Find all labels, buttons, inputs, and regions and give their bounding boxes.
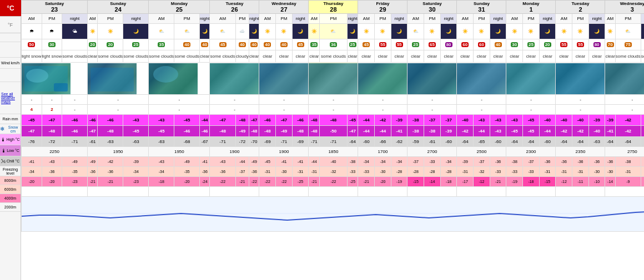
- map-mon25[interactable]: [149, 63, 210, 95]
- a4-sat30-pm: -14: [424, 177, 441, 187]
- snow-sat23-pm: 2: [42, 105, 62, 115]
- icons-row: 🌨 🌨 🌥 ☀️ ☀️ 🌙 ⛅ ⛅ 🌙 ⛅ ☁️ 🌙 ☀️: [22, 24, 645, 39]
- high-sat23-am: -45: [22, 115, 42, 126]
- high-wed27-n: -46: [292, 115, 309, 126]
- graph-svg: [22, 197, 644, 230]
- high-fri29-n: -39: [391, 115, 407, 126]
- a6-fri29-pm: -30: [375, 167, 391, 177]
- celsius-button[interactable]: °C: [0, 0, 21, 17]
- chill-thu28-am: -71: [309, 137, 320, 147]
- snow-thu28: -: [309, 105, 358, 115]
- icon-tue26-am: ⛅: [210, 24, 235, 39]
- ampm-tue2-n: night: [588, 14, 605, 24]
- map-tue2[interactable]: [556, 63, 605, 95]
- map-fri29[interactable]: [358, 63, 407, 95]
- a4-tue26-pm: -21: [235, 177, 249, 187]
- rain-mon25: -: [149, 95, 210, 105]
- a6-sun24-am: -36: [88, 167, 98, 177]
- fahrenheit-button[interactable]: °F: [0, 17, 21, 33]
- a8-tue2-am: -36: [556, 157, 572, 167]
- wind-sat23-am: 50: [22, 39, 42, 50]
- a6-mon1-am: -33: [506, 167, 523, 177]
- map-row[interactable]: [22, 63, 645, 95]
- high-tue26-pm: -48: [235, 115, 249, 126]
- icon-tue2-n: 🌙: [588, 24, 605, 39]
- low-tue26-pm: -49: [235, 126, 249, 137]
- map-sun24[interactable]: [88, 63, 149, 95]
- sky-tue26-pm: cloudy: [235, 50, 249, 63]
- chill-sat23-am: -76: [22, 137, 42, 147]
- wind-mon1-pm: 25: [523, 39, 540, 50]
- map-sun31[interactable]: [457, 63, 506, 95]
- rain-tue2: -: [556, 95, 605, 105]
- low-tue2-pm: -42: [572, 126, 589, 137]
- a2-wed27: [259, 187, 309, 197]
- wind-fri29-n: 55: [391, 39, 407, 50]
- a8-tue2-n: -36: [588, 157, 605, 167]
- a6-tue26-am: -36: [210, 167, 235, 177]
- wind-tue26-n: 40: [249, 39, 259, 50]
- map-wed27[interactable]: [259, 63, 309, 95]
- map-sat30[interactable]: [407, 63, 457, 95]
- sky-wed27-pm: clear: [276, 50, 293, 63]
- low-wed27-pm: -49: [276, 126, 293, 137]
- sky-mon25-am: some clouds: [149, 50, 174, 63]
- snow-sun31: -: [457, 105, 506, 115]
- a8-mon1-am: -38: [506, 157, 523, 167]
- sky-sat30-n: clear: [440, 50, 457, 63]
- freeze-row: 2250 1950 1950 1900 1900 1850 1700 2700 …: [22, 147, 645, 157]
- chill-fri29-pm: -66: [375, 137, 391, 147]
- ampm-mon1-am: AM: [506, 14, 523, 24]
- map-tue26[interactable]: [210, 63, 259, 95]
- low-tue26-n: -48: [249, 126, 259, 137]
- low-tue2-am: -42: [556, 126, 572, 137]
- low-fri29-n: -41: [391, 126, 407, 137]
- a6-sat23-am: -34: [22, 167, 42, 177]
- wind-sun31-am: 60: [457, 39, 474, 50]
- a8-tue26-pm: -44: [235, 157, 249, 167]
- chill-mon25-n: -67: [200, 137, 210, 147]
- map-thu28[interactable]: [309, 63, 358, 95]
- low-mon25-am: -45: [149, 126, 174, 137]
- a2-sat23: [22, 187, 88, 197]
- a8-thu28-pm: -40: [320, 157, 347, 167]
- see-all-link[interactable]: See all weather maps: [0, 91, 21, 105]
- freeze-sat23: 2250: [22, 147, 88, 157]
- high-sat23-n: -46: [62, 115, 88, 126]
- a4-mon1-am: -19: [506, 177, 523, 187]
- th-wed3: Wednesday3: [605, 1, 644, 14]
- th-sat23: Saturday23: [22, 1, 88, 14]
- rain-wed3: -: [605, 95, 644, 105]
- sky-label: [0, 69, 21, 82]
- icon-row-label: [0, 42, 21, 58]
- a2-sun31: [457, 187, 506, 197]
- map-mon1[interactable]: [506, 63, 556, 95]
- alt6000-label: 6000m: [0, 185, 21, 194]
- a2-tue2: [556, 187, 605, 197]
- a8-fri29-n: -34: [391, 157, 407, 167]
- sky-sat23-am: light snow: [22, 50, 42, 63]
- snow-fri29: -: [358, 105, 407, 115]
- a6-mon1-pm: -33: [523, 167, 540, 177]
- wind-mon25-am: 35: [149, 39, 174, 50]
- sky-sun24-n: some clouds: [123, 50, 149, 63]
- map-sat23[interactable]: [22, 63, 88, 95]
- map-wed3[interactable]: [605, 63, 644, 95]
- a4-tue2-am: -12: [556, 177, 572, 187]
- icon-sun31-n: 🌙: [490, 24, 506, 39]
- high-sun24-am: -46: [88, 115, 98, 126]
- sky-fri29-am: clear: [358, 50, 375, 63]
- a6-wed3-n: [641, 167, 644, 177]
- wind-label: Wind km/h: [0, 58, 21, 69]
- sky-wed3-am: clear: [605, 50, 615, 63]
- high-sun31-am: -40: [457, 115, 474, 126]
- chill-tue26-pm: -72: [235, 137, 249, 147]
- ampm-thu28-n: night: [347, 14, 358, 24]
- days-container[interactable]: Saturday23 Sunday24 Monday25 Tuesday26 W…: [21, 0, 644, 280]
- a2-fri29: [358, 187, 407, 197]
- snow-sat30: -: [407, 105, 457, 115]
- a4-tue2-n: -10: [588, 177, 605, 187]
- freeze-mon1: 2300: [506, 147, 556, 157]
- alt8000-label: 8000m: [0, 176, 21, 185]
- low-wed3-n: [641, 126, 644, 137]
